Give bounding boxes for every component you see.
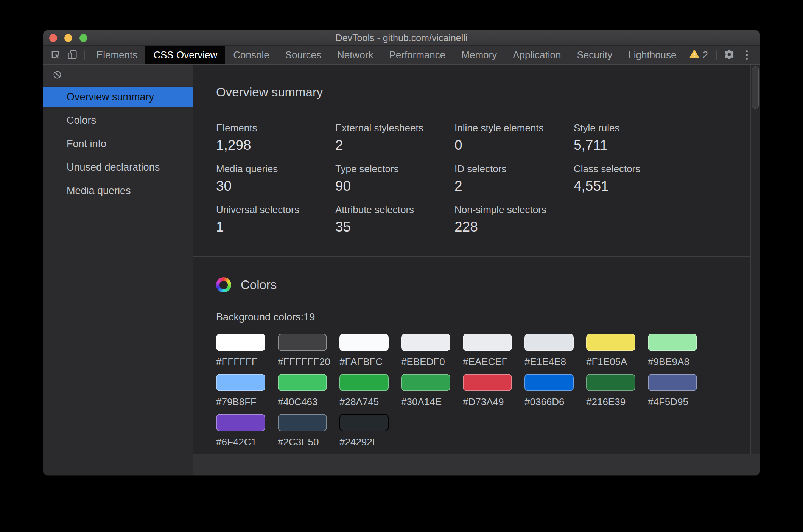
minimize-button[interactable] bbox=[64, 34, 72, 42]
panel-tab[interactable]: Memory bbox=[453, 46, 505, 64]
color-swatch[interactable] bbox=[339, 334, 389, 351]
stat-item: Elements 1,298 bbox=[216, 122, 335, 153]
warning-count: 2 bbox=[703, 49, 708, 61]
color-swatch[interactable] bbox=[648, 374, 697, 391]
color-swatch[interactable] bbox=[401, 334, 450, 351]
color-swatch-cell: #28A745 bbox=[339, 374, 389, 408]
sidebar-item[interactable]: Font info bbox=[43, 134, 193, 154]
color-swatch[interactable] bbox=[278, 334, 327, 351]
stat-item: Style rules 5,711 bbox=[574, 122, 693, 153]
stat-item: Attribute selectors 35 bbox=[335, 204, 454, 235]
stat-label: ID selectors bbox=[454, 163, 574, 175]
sidebar-item[interactable]: Overview summary bbox=[43, 87, 193, 107]
stat-item: Class selectors 4,551 bbox=[574, 163, 693, 194]
overview-content: Overview summary Elements 1,298 External… bbox=[193, 65, 760, 476]
stat-item: Non-simple selectors 228 bbox=[454, 204, 574, 235]
swatch-hex-label: #0366D6 bbox=[524, 396, 574, 408]
stat-item: Type selectors 90 bbox=[335, 163, 454, 194]
panel-tab[interactable]: Lighthouse bbox=[620, 46, 684, 64]
panel-tab[interactable]: Performance bbox=[381, 46, 453, 64]
color-swatch[interactable] bbox=[216, 414, 265, 431]
device-toolbar-button[interactable] bbox=[64, 46, 80, 64]
swatch-hex-label: #E1E4E8 bbox=[524, 356, 574, 368]
color-swatch[interactable] bbox=[216, 374, 265, 391]
clear-overview-button[interactable] bbox=[51, 70, 64, 81]
vertical-scrollbar[interactable] bbox=[750, 65, 760, 454]
swatch-hex-label: #4F5D95 bbox=[648, 396, 697, 408]
panel-tab[interactable]: Network bbox=[329, 46, 381, 64]
color-swatch[interactable] bbox=[463, 334, 512, 351]
devtools-window: DevTools - github.com/vicainelli bbox=[43, 30, 760, 476]
color-swatch[interactable] bbox=[278, 414, 327, 431]
summary-stats: Elements 1,298 External stylesheets 2 In… bbox=[216, 122, 714, 235]
swatch-hex-label: #F1E05A bbox=[586, 356, 635, 368]
color-swatch-cell: #E1E4E8 bbox=[524, 334, 574, 368]
window-title: DevTools - github.com/vicainelli bbox=[43, 30, 760, 45]
color-swatch[interactable] bbox=[586, 374, 635, 391]
stat-value: 90 bbox=[335, 178, 454, 194]
color-swatch[interactable] bbox=[586, 334, 635, 351]
color-swatch[interactable] bbox=[648, 334, 697, 351]
sidebar-item[interactable]: Media queries bbox=[43, 181, 193, 201]
panel-tab[interactable]: Sources bbox=[277, 46, 329, 64]
stat-label: Inline style elements bbox=[454, 122, 574, 134]
color-swatch[interactable] bbox=[216, 334, 265, 351]
panel-tab[interactable]: CSS Overview bbox=[145, 46, 225, 64]
stat-item: Inline style elements 0 bbox=[454, 122, 574, 153]
color-swatch-cell: #FFFFFF bbox=[216, 334, 265, 368]
devtools-toolbar: Elements CSS Overview Console Sources Ne… bbox=[43, 46, 760, 65]
device-toolbar-icon bbox=[67, 49, 78, 61]
issues-warning-button[interactable]: 2 bbox=[685, 49, 713, 62]
color-swatch-cell: #F1E05A bbox=[586, 334, 635, 368]
sidebar-item[interactable]: Colors bbox=[43, 110, 193, 130]
toolbar-right: 2 bbox=[685, 46, 760, 64]
inspect-cursor-icon bbox=[50, 49, 61, 61]
sidebar-toolbar bbox=[43, 65, 193, 86]
stat-label: Elements bbox=[216, 122, 335, 134]
more-options-button[interactable] bbox=[738, 50, 755, 60]
stat-label: Media queries bbox=[216, 163, 335, 175]
panel-tab[interactable]: Elements bbox=[89, 46, 145, 64]
stat-item: Universal selectors 1 bbox=[216, 204, 335, 235]
color-swatch-cell: #79B8FF bbox=[216, 374, 265, 408]
stat-value: 1,298 bbox=[216, 137, 335, 153]
color-swatch[interactable] bbox=[339, 414, 389, 431]
color-swatch[interactable] bbox=[278, 374, 327, 391]
stat-value: 5,711 bbox=[574, 137, 693, 153]
stat-label: Class selectors bbox=[574, 163, 693, 175]
color-swatch-cell: #0366D6 bbox=[524, 374, 574, 408]
stat-label: Type selectors bbox=[335, 163, 454, 175]
stat-value: 4,551 bbox=[574, 178, 693, 194]
color-swatch[interactable] bbox=[401, 374, 450, 391]
color-swatch-cell: #216E39 bbox=[586, 374, 635, 408]
swatch-hex-label: #24292E bbox=[339, 436, 389, 448]
panel-tab[interactable]: Console bbox=[225, 46, 277, 64]
color-swatch[interactable] bbox=[524, 334, 574, 351]
css-overview-sidebar: Overview summary Colors Font info Unused… bbox=[43, 65, 193, 476]
stat-value: 35 bbox=[335, 219, 454, 235]
color-swatch[interactable] bbox=[463, 374, 512, 391]
color-swatch-cell: #2C3E50 bbox=[278, 414, 327, 448]
color-swatch[interactable] bbox=[339, 374, 389, 391]
stat-label: Non-simple selectors bbox=[454, 204, 574, 216]
swatch-hex-label: #6F42C1 bbox=[216, 436, 265, 448]
color-swatch-cell: #4F5D95 bbox=[648, 374, 697, 408]
swatch-hex-label: #216E39 bbox=[586, 396, 635, 408]
color-swatch-cell: #6F42C1 bbox=[216, 414, 265, 448]
zoom-button[interactable] bbox=[79, 34, 87, 42]
panel-tabs: Elements CSS Overview Console Sources Ne… bbox=[89, 46, 685, 64]
color-swatch-cell: #EBEDF0 bbox=[401, 334, 450, 368]
panel-tab[interactable]: Security bbox=[569, 46, 620, 64]
kebab-menu-icon bbox=[746, 50, 748, 60]
bottom-pane bbox=[193, 454, 760, 476]
swatch-hex-label: #FFFFFF20 bbox=[278, 356, 327, 368]
panel-tab[interactable]: Application bbox=[505, 46, 569, 64]
settings-button[interactable] bbox=[721, 49, 738, 61]
close-button[interactable] bbox=[49, 34, 57, 42]
scrollbar-thumb[interactable] bbox=[752, 66, 759, 109]
titlebar: DevTools - github.com/vicainelli bbox=[43, 30, 760, 46]
stat-label: Universal selectors bbox=[216, 204, 335, 216]
sidebar-item[interactable]: Unused declarations bbox=[43, 157, 193, 177]
inspect-element-button[interactable] bbox=[47, 46, 64, 64]
color-swatch[interactable] bbox=[524, 374, 574, 391]
